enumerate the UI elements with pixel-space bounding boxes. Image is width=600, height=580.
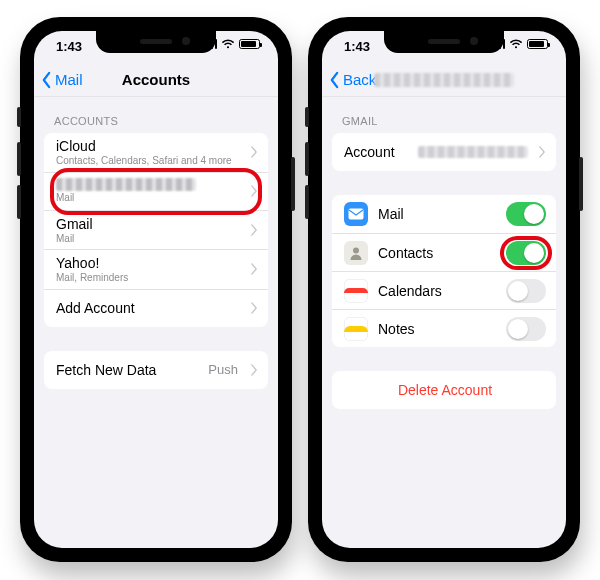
calendar-icon <box>344 279 368 303</box>
chevron-right-icon <box>250 364 258 376</box>
chevron-right-icon <box>250 302 258 314</box>
screen-left: 1:43 Mail Accounts Accounts iClou <box>34 31 278 548</box>
mail-icon <box>344 202 368 226</box>
calendars-toggle[interactable] <box>506 279 546 303</box>
fetch-group: Fetch New Data Push <box>44 351 268 389</box>
volume-up[interactable] <box>17 142 21 176</box>
volume-up[interactable] <box>305 142 309 176</box>
service-row-notes: Notes <box>332 309 556 347</box>
account-sublabel: Mail, Reminders <box>56 272 240 284</box>
delete-account-label: Delete Account <box>398 382 492 398</box>
page-title: Accounts <box>122 71 190 88</box>
service-row-calendars: Calendars <box>332 271 556 309</box>
chevron-right-icon <box>250 185 258 197</box>
status-time: 1:43 <box>56 37 82 54</box>
wifi-icon <box>221 39 235 49</box>
nav-bar: Mail Accounts <box>34 63 278 97</box>
section-header-gmail: Gmail <box>322 97 566 133</box>
chevron-right-icon <box>250 224 258 236</box>
account-label: Account <box>344 144 395 160</box>
service-row-contacts: Contacts <box>332 233 556 271</box>
fetch-label: Fetch New Data <box>56 362 198 378</box>
account-label-redacted <box>56 178 196 191</box>
svg-rect-0 <box>349 209 364 220</box>
account-detail-row[interactable]: Account <box>332 133 556 171</box>
power-button[interactable] <box>291 157 295 211</box>
chevron-right-icon <box>250 146 258 158</box>
delete-group: Delete Account <box>332 371 556 409</box>
service-label: Mail <box>378 206 496 222</box>
service-label: Notes <box>378 321 496 337</box>
status-time: 1:43 <box>344 37 370 54</box>
mute-switch[interactable] <box>305 107 309 127</box>
account-sublabel: Mail <box>56 192 240 204</box>
back-label: Mail <box>55 71 83 88</box>
battery-icon <box>239 39 260 49</box>
notes-icon <box>344 317 368 341</box>
contacts-toggle[interactable] <box>506 241 546 265</box>
account-label: iCloud <box>56 138 240 154</box>
nav-bar: Back <box>322 63 566 97</box>
chevron-right-icon <box>250 263 258 275</box>
account-label: Gmail <box>56 216 240 232</box>
add-account-row[interactable]: Add Account <box>44 289 268 327</box>
battery-icon <box>527 39 548 49</box>
account-label: Yahoo! <box>56 255 240 271</box>
notch <box>96 31 216 53</box>
service-label: Contacts <box>378 245 496 261</box>
volume-down[interactable] <box>305 185 309 219</box>
fetch-new-data-row[interactable]: Fetch New Data Push <box>44 351 268 389</box>
fetch-value: Push <box>208 362 238 377</box>
services-group: Mail Contacts Calendars <box>332 195 556 347</box>
phone-left: 1:43 Mail Accounts Accounts iClou <box>20 17 292 562</box>
contacts-icon <box>344 241 368 265</box>
account-value-redacted <box>418 146 528 158</box>
service-label: Calendars <box>378 283 496 299</box>
accounts-group: iCloud Contacts, Calendars, Safari and 4… <box>44 133 268 327</box>
back-button[interactable]: Mail <box>40 63 83 96</box>
back-button[interactable]: Back <box>328 63 376 96</box>
delete-account-button[interactable]: Delete Account <box>332 371 556 409</box>
power-button[interactable] <box>579 157 583 211</box>
chevron-left-icon <box>328 71 341 89</box>
volume-down[interactable] <box>17 185 21 219</box>
account-row-icloud[interactable]: iCloud Contacts, Calendars, Safari and 4… <box>44 133 268 172</box>
account-row-highlighted[interactable]: Mail <box>44 172 268 210</box>
account-row-yahoo[interactable]: Yahoo! Mail, Reminders <box>44 249 268 289</box>
section-header-accounts: Accounts <box>34 97 278 133</box>
add-account-label: Add Account <box>56 300 240 316</box>
mail-toggle[interactable] <box>506 202 546 226</box>
phone-right: 1:43 Back Gmail Account <box>308 17 580 562</box>
back-label: Back <box>343 71 376 88</box>
chevron-left-icon <box>40 71 53 89</box>
svg-point-1 <box>353 247 359 253</box>
notes-toggle[interactable] <box>506 317 546 341</box>
account-info-group: Account <box>332 133 556 171</box>
chevron-right-icon <box>538 146 546 158</box>
wifi-icon <box>509 39 523 49</box>
service-row-mail: Mail <box>332 195 556 233</box>
mute-switch[interactable] <box>17 107 21 127</box>
account-sublabel: Mail <box>56 233 240 245</box>
screen-right: 1:43 Back Gmail Account <box>322 31 566 548</box>
page-title-redacted <box>374 73 514 87</box>
account-row-gmail[interactable]: Gmail Mail <box>44 210 268 250</box>
account-sublabel: Contacts, Calendars, Safari and 4 more <box>56 155 240 167</box>
notch <box>384 31 504 53</box>
